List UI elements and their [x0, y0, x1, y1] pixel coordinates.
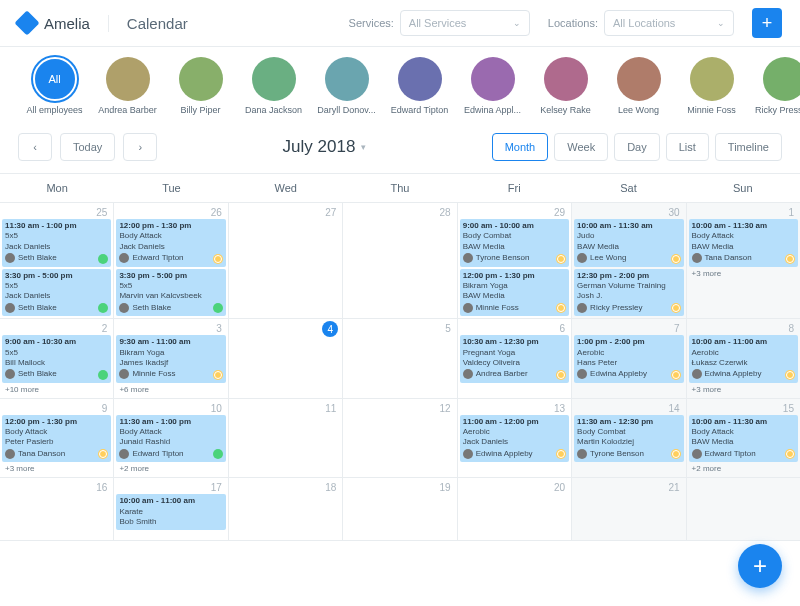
event-card[interactable]: 10:30 am - 12:30 pmPregnant YogaValdecy … [460, 335, 569, 383]
event-time: 3:30 pm - 5:00 pm [119, 271, 222, 281]
event-card[interactable]: 11:30 am - 12:30 pmBody CombatMartin Kol… [574, 415, 683, 463]
employee-chip[interactable]: Edward Tipton [383, 57, 456, 115]
day-cell[interactable]: 4 [229, 319, 343, 398]
employee-chip[interactable]: Dana Jackson [237, 57, 310, 115]
day-cell[interactable]: 810:00 am - 11:00 amAerobicŁukasz Czerwi… [687, 319, 800, 398]
event-card[interactable]: 9:00 am - 10:30 am5x5Bill MallockSeth Bl… [2, 335, 111, 383]
more-link[interactable]: +6 more [116, 383, 225, 396]
more-link[interactable]: +3 more [689, 383, 798, 396]
event-subtitle: Valdecy Oliveira [463, 358, 566, 368]
event-card[interactable]: 10:00 am - 11:00 amKarateBob Smith [116, 494, 225, 530]
employee-chip[interactable]: Daryll Donov... [310, 57, 383, 115]
day-number: 19 [440, 482, 451, 493]
view-day[interactable]: Day [614, 133, 660, 161]
event-card[interactable]: 1:00 pm - 2:00 pmAerobicHans PeterEdwina… [574, 335, 683, 383]
day-number: 5 [445, 323, 451, 334]
calendar-title[interactable]: July 2018 ▾ [165, 137, 483, 157]
day-cell[interactable]: 20 [458, 478, 572, 540]
view-list[interactable]: List [666, 133, 709, 161]
more-link[interactable]: +2 more [116, 462, 225, 475]
day-cell[interactable]: 5 [343, 319, 457, 398]
day-cell[interactable]: 912:00 pm - 1:30 pmBody AttackPeter Pasi… [0, 399, 114, 478]
employee-chip[interactable]: Andrea Barber [91, 57, 164, 115]
day-number: 6 [560, 323, 566, 334]
view-week[interactable]: Week [554, 133, 608, 161]
day-cell[interactable]: 1311:00 am - 12:00 pmAerobicJack Daniels… [458, 399, 572, 478]
assignee-name: Tana Danson [705, 253, 752, 263]
event-card[interactable]: 10:00 am - 11:30 amBody AttackBAW MediaE… [689, 415, 798, 463]
day-cell[interactable]: 27 [229, 203, 343, 318]
more-link[interactable]: +3 more [2, 462, 111, 475]
chevron-left-icon: ‹ [33, 141, 37, 153]
day-cell[interactable]: 16 [0, 478, 114, 540]
locations-filter: Locations: All Locations ⌄ [548, 10, 734, 36]
event-card[interactable]: 11:30 am - 1:00 pm5x5Jack DanielsSeth Bl… [2, 219, 111, 267]
employee-chip[interactable]: Billy Piper [164, 57, 237, 115]
avatar [5, 303, 15, 313]
employee-chip[interactable]: Ricky Pressley [748, 57, 800, 115]
day-cell[interactable] [687, 478, 800, 540]
event-card[interactable]: 10:00 am - 11:00 amAerobicŁukasz Czerwik… [689, 335, 798, 383]
day-cell[interactable]: 1710:00 am - 11:00 amKarateBob Smith [114, 478, 228, 540]
day-cell[interactable]: 2612:00 pm - 1:30 pmBody AttackJack Dani… [114, 203, 228, 318]
assignee-name: Lee Wong [590, 253, 626, 263]
day-cell[interactable]: 2511:30 am - 1:00 pm5x5Jack DanielsSeth … [0, 203, 114, 318]
event-card[interactable]: 11:30 am - 1:00 pmBody AttackJunaid Rash… [116, 415, 225, 463]
add-button[interactable]: + [752, 8, 782, 38]
day-cell[interactable]: 110:00 am - 11:30 amBody AttackBAW Media… [687, 203, 800, 318]
event-card[interactable]: 9:30 am - 11:00 amBikram YogaJames Ikads… [116, 335, 225, 383]
event-time: 9:30 am - 11:00 am [119, 337, 222, 347]
day-cell[interactable]: 71:00 pm - 2:00 pmAerobicHans PeterEdwin… [572, 319, 686, 398]
day-cell[interactable]: 12 [343, 399, 457, 478]
avatar [763, 57, 801, 101]
prev-button[interactable]: ‹ [18, 133, 52, 161]
event-card[interactable]: 12:00 pm - 1:30 pmBikram YogaBAW MediaMi… [460, 269, 569, 317]
more-link[interactable]: +10 more [2, 383, 111, 396]
event-card[interactable]: 10:00 am - 11:30 amJudoBAW MediaLee Wong [574, 219, 683, 267]
day-cell[interactable]: 18 [229, 478, 343, 540]
services-select[interactable]: All Services ⌄ [400, 10, 530, 36]
view-month[interactable]: Month [492, 133, 549, 161]
day-cell[interactable]: 21 [572, 478, 686, 540]
employee-chip[interactable]: AllAll employees [18, 57, 91, 115]
event-assignee: Lee Wong [577, 253, 680, 263]
day-cell[interactable]: 1411:30 am - 12:30 pmBody CombatMartin K… [572, 399, 686, 478]
day-cell[interactable]: 1510:00 am - 11:30 amBody AttackBAW Medi… [687, 399, 800, 478]
event-card[interactable]: 12:00 pm - 1:30 pmBody AttackPeter Pasie… [2, 415, 111, 463]
event-subtitle: Marvin van Kalcvsbeek [119, 291, 222, 301]
day-number: 17 [211, 482, 222, 493]
day-cell[interactable]: 28 [343, 203, 457, 318]
next-button[interactable]: › [123, 133, 157, 161]
day-cell[interactable]: 19 [343, 478, 457, 540]
assignee-name: Edward Tipton [132, 449, 183, 459]
employee-chip[interactable]: Lee Wong [602, 57, 675, 115]
event-title: 5x5 [119, 281, 222, 291]
day-cell[interactable]: 299:00 am - 10:00 amBody CombatBAW Media… [458, 203, 572, 318]
view-timeline[interactable]: Timeline [715, 133, 782, 161]
day-cell[interactable]: 610:30 am - 12:30 pmPregnant YogaValdecy… [458, 319, 572, 398]
avatar [577, 449, 587, 459]
day-cell[interactable]: 1011:30 am - 1:00 pmBody AttackJunaid Ra… [114, 399, 228, 478]
event-card[interactable]: 3:30 pm - 5:00 pm5x5Marvin van Kalcvsbee… [116, 269, 225, 317]
event-card[interactable]: 11:00 am - 12:00 pmAerobicJack DanielsEd… [460, 415, 569, 463]
day-number: 7 [674, 323, 680, 334]
day-cell[interactable]: 3010:00 am - 11:30 amJudoBAW MediaLee Wo… [572, 203, 686, 318]
event-card[interactable]: 9:00 am - 10:00 amBody CombatBAW MediaTy… [460, 219, 569, 267]
today-button[interactable]: Today [60, 133, 115, 161]
employee-chip[interactable]: Edwina Appl... [456, 57, 529, 115]
day-cell[interactable]: 11 [229, 399, 343, 478]
day-cell[interactable]: 39:30 am - 11:00 amBikram YogaJames Ikad… [114, 319, 228, 398]
event-card[interactable]: 12:30 pm - 2:00 pmGerman Volume Training… [574, 269, 683, 317]
event-card[interactable]: 12:00 pm - 1:30 pmBody AttackJack Daniel… [116, 219, 225, 267]
event-assignee: Tyrone Benson [463, 253, 566, 263]
event-card[interactable]: 3:30 pm - 5:00 pm5x5Jack DanielsSeth Bla… [2, 269, 111, 317]
employee-chip[interactable]: Kelsey Rake [529, 57, 602, 115]
day-cell[interactable]: 29:00 am - 10:30 am5x5Bill MallockSeth B… [0, 319, 114, 398]
employee-chip[interactable]: Minnie Foss [675, 57, 748, 115]
avatar [252, 57, 296, 101]
more-link[interactable]: +2 more [689, 462, 798, 475]
event-subtitle: Martin Kolodziej [577, 437, 680, 447]
more-link[interactable]: +3 more [689, 267, 798, 280]
event-card[interactable]: 10:00 am - 11:30 amBody AttackBAW MediaT… [689, 219, 798, 267]
locations-select[interactable]: All Locations ⌄ [604, 10, 734, 36]
